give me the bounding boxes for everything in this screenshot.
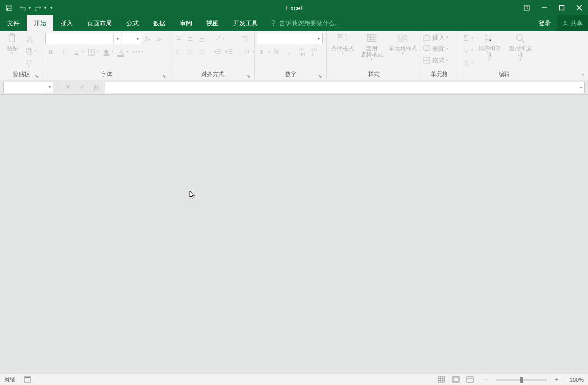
maximize-button[interactable] xyxy=(553,0,571,15)
font-size-combo[interactable]: ▾ xyxy=(122,33,141,44)
ribbon-display-options-button[interactable] xyxy=(518,0,536,15)
chevron-down-icon[interactable]: ▾ xyxy=(127,50,129,54)
redo-dropdown-icon[interactable]: ▾ xyxy=(44,6,46,10)
dialog-launcher-icon[interactable]: ⬊ xyxy=(246,74,251,79)
chevron-down-icon[interactable]: ▾ xyxy=(252,50,254,54)
sort-filter-icon: AZ xyxy=(484,33,495,44)
decrease-indent-button[interactable] xyxy=(212,46,223,58)
tab-page-layout[interactable]: 页面布局 xyxy=(80,15,119,31)
undo-button[interactable] xyxy=(16,2,29,14)
chevron-down-icon[interactable]: ▾ xyxy=(97,50,99,54)
underline-button[interactable]: U xyxy=(71,46,82,58)
collapse-ribbon-button[interactable]: ⌃ xyxy=(581,73,585,79)
minimize-button[interactable] xyxy=(536,0,553,15)
align-right-button[interactable] xyxy=(196,46,207,58)
page-break-view-button[interactable] xyxy=(464,375,476,384)
worksheet-area[interactable] xyxy=(0,95,588,374)
bold-button[interactable]: B xyxy=(45,46,56,58)
zoom-in-button[interactable]: + xyxy=(553,376,560,383)
find-select-button[interactable]: 查找和选择▾ xyxy=(505,32,535,63)
chevron-down-icon[interactable]: ▾ xyxy=(112,50,114,54)
delete-cells-button[interactable]: 删除▾ xyxy=(423,44,448,54)
format-as-table-button[interactable]: 套用 表格格式▾ xyxy=(357,32,386,63)
wrap-text-button[interactable] xyxy=(238,33,252,44)
chevron-down-icon[interactable]: ▾ xyxy=(471,48,473,52)
border-button[interactable] xyxy=(86,46,97,58)
decrease-decimal-button[interactable]: .00.0 xyxy=(308,46,319,58)
insert-cells-button[interactable]: 插入▾ xyxy=(423,32,448,43)
comma-button[interactable]: , xyxy=(283,46,295,58)
align-center-button[interactable] xyxy=(184,46,196,58)
tab-developer[interactable]: 开发工具 xyxy=(226,15,265,31)
name-box[interactable]: ▾ xyxy=(3,82,53,93)
clear-button[interactable] xyxy=(460,57,471,68)
qat-customize-icon[interactable]: ▾ xyxy=(50,6,52,10)
expand-formula-bar-icon[interactable]: ⌄ xyxy=(577,82,584,93)
tab-formulas[interactable]: 公式 xyxy=(119,15,146,31)
cut-button[interactable] xyxy=(24,33,35,44)
tab-file[interactable]: 文件 xyxy=(0,15,27,31)
chevron-down-icon[interactable]: ▾ xyxy=(142,50,144,54)
chevron-down-icon[interactable]: ▾ xyxy=(471,61,473,65)
font-color-button[interactable]: A xyxy=(116,46,127,58)
insert-function-button[interactable]: fx xyxy=(90,82,103,93)
zoom-slider[interactable] xyxy=(496,379,547,381)
tell-me-search[interactable]: 告诉我您想要做什么... xyxy=(265,15,340,31)
tab-insert[interactable]: 插入 xyxy=(53,15,80,31)
save-button[interactable] xyxy=(3,2,15,14)
tab-home[interactable]: 开始 xyxy=(27,15,53,31)
increase-font-button[interactable]: A▴ xyxy=(142,33,153,44)
zoom-out-button[interactable]: − xyxy=(482,376,489,383)
tab-data[interactable]: 数据 xyxy=(146,15,173,31)
group-font: ▾ ▾ A▴ A▾ B I U▾ ▾ ▾ A▾ wén▾ 字体⬊ xyxy=(43,31,170,80)
login-button[interactable]: 登录 xyxy=(533,15,557,31)
paste-button[interactable]: 粘贴 ▾ xyxy=(2,32,23,57)
undo-dropdown-icon[interactable]: ▾ xyxy=(29,6,31,10)
increase-decimal-button[interactable]: .0.00 xyxy=(296,46,307,58)
decrease-font-button[interactable]: A▾ xyxy=(154,33,165,44)
formula-input[interactable]: ⌄ xyxy=(105,82,585,93)
align-left-button[interactable] xyxy=(173,46,184,58)
fill-button[interactable] xyxy=(460,45,471,56)
fill-color-button[interactable] xyxy=(101,46,112,58)
font-name-combo[interactable]: ▾ xyxy=(45,33,121,44)
redo-button[interactable] xyxy=(32,2,44,14)
cell-styles-button[interactable]: 单元格样式▾ xyxy=(387,32,419,57)
chevron-down-icon[interactable]: ▾ xyxy=(471,36,473,40)
tab-view[interactable]: 视图 xyxy=(199,15,226,31)
format-painter-button[interactable] xyxy=(24,58,35,69)
format-cells-button[interactable]: 格式▾ xyxy=(423,55,448,65)
align-bottom-button[interactable] xyxy=(196,33,207,44)
merge-center-button[interactable] xyxy=(238,46,252,58)
zoom-thumb[interactable] xyxy=(520,377,523,383)
increase-indent-button[interactable] xyxy=(223,46,235,58)
chevron-down-icon[interactable]: ▾ xyxy=(35,49,37,53)
number-format-combo[interactable]: ▾ xyxy=(257,33,323,44)
sort-filter-button[interactable]: AZ 排序和筛选▾ xyxy=(475,32,504,63)
share-button[interactable]: 共享 xyxy=(557,15,588,31)
align-top-button[interactable] xyxy=(173,33,184,44)
dialog-launcher-icon[interactable]: ⬊ xyxy=(34,74,40,79)
chevron-down-icon[interactable]: ▾ xyxy=(223,36,225,41)
cancel-formula-button[interactable]: ✕ xyxy=(62,82,74,93)
align-middle-button[interactable] xyxy=(184,33,196,44)
copy-button[interactable] xyxy=(24,45,35,57)
zoom-level[interactable]: 100% xyxy=(563,377,584,383)
chevron-down-icon[interactable]: ▾ xyxy=(268,50,270,54)
accounting-format-button[interactable]: $ xyxy=(257,46,268,58)
percent-button[interactable]: % xyxy=(271,46,282,58)
enter-formula-button[interactable]: ✓ xyxy=(76,82,88,93)
tab-review[interactable]: 审阅 xyxy=(173,15,199,31)
page-layout-view-button[interactable] xyxy=(450,375,461,384)
italic-button[interactable]: I xyxy=(58,46,69,58)
dialog-launcher-icon[interactable]: ⬊ xyxy=(318,74,323,79)
conditional-format-button[interactable]: 条件格式▾ xyxy=(329,32,356,57)
orientation-button[interactable] xyxy=(212,33,223,44)
normal-view-button[interactable] xyxy=(435,375,447,384)
autosum-button[interactable]: Σ xyxy=(460,32,471,44)
dialog-launcher-icon[interactable]: ⬊ xyxy=(162,74,167,79)
macro-record-icon[interactable] xyxy=(22,375,33,384)
chevron-down-icon[interactable]: ▾ xyxy=(82,50,84,54)
phonetic-button[interactable]: wén xyxy=(130,46,142,58)
close-button[interactable] xyxy=(571,0,588,15)
